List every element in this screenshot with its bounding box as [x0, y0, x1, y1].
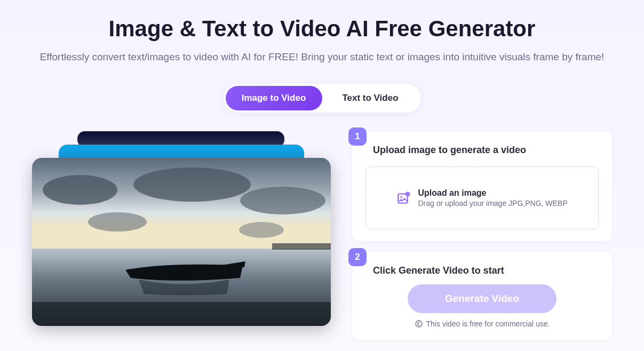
mode-tabs: Image to Video Text to Video: [224, 84, 421, 113]
svg-rect-8: [32, 302, 331, 326]
upload-subtext: Drag or upload your image JPG,PNG, WEBP: [418, 199, 567, 208]
page-title: Image & Text to Video AI Free Generator: [32, 16, 612, 42]
page-subtitle: Effortlessly convert text/images to vide…: [34, 50, 610, 65]
upload-image-icon: [396, 191, 410, 205]
preview-image-icon: [32, 158, 331, 326]
copyright-icon: [415, 320, 423, 328]
svg-point-3: [133, 167, 251, 202]
step-1-card: 1 Upload image to generate a video Uploa…: [352, 131, 612, 241]
upload-dropzone[interactable]: Upload an image Drag or upload your imag…: [365, 166, 599, 229]
upload-title: Upload an image: [418, 188, 567, 198]
step-1-title: Upload image to generate a video: [373, 145, 599, 156]
license-note: This video is free for commercial use.: [365, 320, 599, 328]
svg-rect-7: [272, 243, 331, 250]
step-2-title: Click Generate Video to start: [373, 265, 599, 276]
generate-video-button[interactable]: Generate Video: [408, 284, 556, 313]
preview-card-front: [32, 158, 331, 326]
svg-point-12: [416, 321, 422, 327]
tab-text-to-video[interactable]: Text to Video: [322, 86, 419, 110]
svg-point-5: [88, 212, 147, 232]
step-2-badge: 2: [348, 248, 367, 266]
license-text: This video is free for commercial use.: [426, 320, 550, 328]
tab-image-to-video[interactable]: Image to Video: [226, 86, 322, 110]
step-2-card: 2 Click Generate Video to start Generate…: [352, 252, 612, 340]
svg-point-10: [401, 196, 402, 197]
preview-stack: [32, 131, 331, 326]
svg-point-4: [240, 187, 325, 214]
svg-point-6: [239, 222, 284, 238]
svg-point-2: [43, 175, 117, 205]
step-1-badge: 1: [348, 127, 367, 146]
